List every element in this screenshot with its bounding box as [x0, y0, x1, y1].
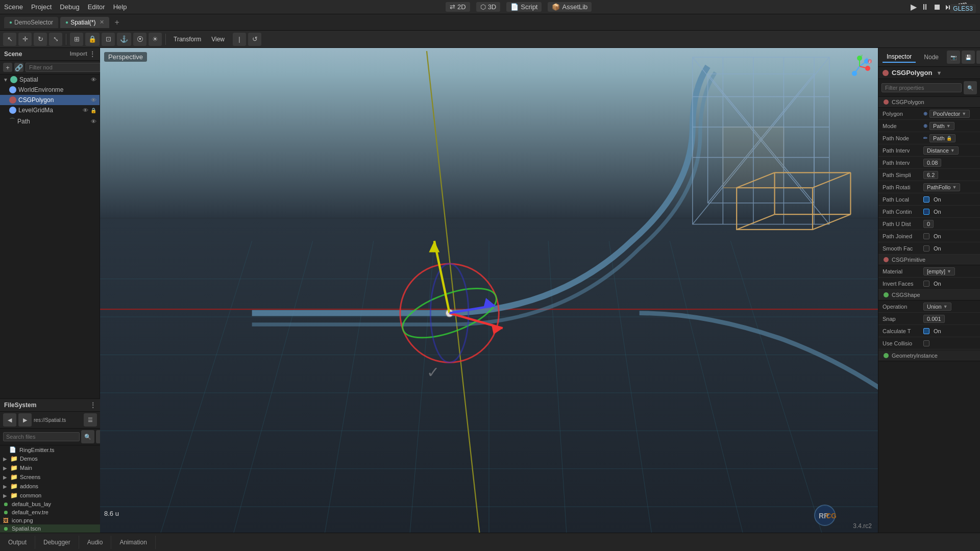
csg-visibility[interactable]: 👁 — [91, 97, 96, 103]
toolbar-extra-2[interactable]: ↺ — [248, 33, 261, 46]
path-interv-type-dropdown[interactable]: ▼ — [950, 148, 955, 153]
polygon-dropdown[interactable]: ▼ — [962, 111, 966, 116]
fs-item-screens[interactable]: ▶ 📁 Screens — [0, 472, 100, 482]
scene-filter-input[interactable] — [26, 63, 103, 72]
prop-path-contin[interactable]: Path Contin On — [878, 206, 980, 218]
scene-link-button[interactable]: 🔗 — [14, 63, 23, 72]
fs-back-button[interactable]: ◀ — [3, 413, 16, 427]
tab-spatial[interactable]: ● Spatial(*) ✕ — [60, 17, 109, 28]
operation-val[interactable]: Union ▼ — [923, 303, 951, 311]
rotate-tool[interactable]: ↻ — [34, 33, 47, 46]
path-rotati-val[interactable]: PathFollo ▼ — [923, 183, 960, 191]
fs-search-button[interactable]: 🔍 — [81, 430, 94, 443]
prop-calculate-t[interactable]: Calculate T On — [878, 325, 980, 337]
material-val[interactable]: [empty] ▼ — [923, 267, 955, 276]
stop-button[interactable]: ⏹ — [933, 3, 941, 12]
toolbar-extra-1[interactable]: | — [233, 33, 246, 46]
prop-path-interv-type[interactable]: Path Interv Distance ▼ — [878, 144, 980, 157]
path-visibility[interactable]: 👁 — [91, 118, 96, 124]
expand-icon-screens[interactable]: ▶ — [3, 474, 7, 480]
prop-polygon[interactable]: Polygon ⊕ PoolVector ▼ — [878, 108, 980, 120]
scene-add-button[interactable]: + — [3, 63, 12, 72]
prop-path-joined[interactable]: Path Joined On — [878, 230, 980, 242]
path-joined-toggle[interactable] — [923, 233, 929, 239]
fs-item-addons[interactable]: ▶ 📁 addons — [0, 482, 100, 491]
viewport[interactable]: ✓ Perspective X Y Z 8.6 u 3.4.rc2 — [100, 48, 878, 533]
snap-button[interactable]: ⊞ — [70, 33, 83, 46]
prop-path-u-dist[interactable]: Path U Dist 0 — [878, 218, 980, 230]
bottom-tab-animation[interactable]: Animation — [111, 536, 155, 549]
scale-tool[interactable]: ⤡ — [49, 33, 62, 46]
pool-vector-value[interactable]: PoolVector ▼ — [929, 110, 970, 118]
path-interv-type-val[interactable]: Distance ▼ — [923, 146, 959, 155]
camera-button[interactable]: ⦿ — [133, 33, 146, 46]
expand-icon-common[interactable]: ▶ — [3, 493, 7, 498]
prop-material[interactable]: Material [empty] ▼ — [878, 265, 980, 278]
prop-path-node[interactable]: Path Node ✏ Path 🔒 — [878, 132, 980, 144]
prop-snap[interactable]: Snap 0.001 — [878, 313, 980, 325]
expand-icon-demos[interactable]: ▶ — [3, 456, 7, 462]
play-button[interactable]: ▶ — [911, 2, 917, 12]
prop-path-local[interactable]: Path Local On — [878, 193, 980, 206]
filter-prop-input[interactable] — [881, 83, 962, 92]
scene-panel-menu[interactable]: ⋮ — [89, 51, 95, 58]
path-u-dist-val[interactable]: 0 — [923, 220, 934, 228]
inspector-tab[interactable]: Inspector — [883, 52, 916, 63]
pause-button[interactable]: ⏸ — [921, 3, 929, 12]
bottom-tab-output[interactable]: Output — [0, 536, 35, 549]
mode-value[interactable]: Path ▼ — [929, 122, 954, 130]
path-interv-num-val[interactable]: 0.08 — [923, 159, 941, 167]
mode-assetlib-button[interactable]: 📦 AssetLib — [548, 2, 592, 12]
operation-dropdown[interactable]: ▼ — [943, 304, 948, 309]
calculate-t-toggle[interactable] — [923, 328, 929, 334]
menu-debug[interactable]: Debug — [60, 3, 79, 11]
path-contin-toggle[interactable] — [923, 209, 929, 215]
bottom-tab-debugger[interactable]: Debugger — [35, 536, 79, 549]
expand-icon-addons[interactable]: ▶ — [3, 484, 7, 489]
menu-help[interactable]: Help — [113, 3, 127, 11]
fs-item-demos[interactable]: ▶ 📁 Demos — [0, 454, 100, 463]
fs-item-main[interactable]: ▶ 📁 Main — [0, 463, 100, 472]
fs-item-ringemitter[interactable]: 📄 RingEmitter.ts — [0, 445, 100, 454]
spatial-visibility[interactable]: 👁 — [91, 77, 96, 83]
fs-item-defaultbus[interactable]: ⏺ default_bus_lay — [0, 500, 100, 508]
prop-use-collisio[interactable]: Use Collisio — [878, 337, 980, 349]
tree-expand-spatial[interactable]: ▼ — [3, 77, 8, 83]
prop-mode[interactable]: Mode ⊕ Path ▼ — [878, 120, 980, 132]
inspector-screenshot[interactable]: 📷 — [947, 51, 960, 64]
prop-path-simpli[interactable]: Path Simpli 6.2 — [878, 169, 980, 181]
mode-3d-button[interactable]: ⬡ 3D — [476, 2, 501, 12]
inspector-save[interactable]: 💾 — [962, 51, 975, 64]
mode-script-button[interactable]: 📄 Script — [506, 2, 542, 12]
path-simpli-val[interactable]: 6.2 — [923, 171, 938, 179]
smooth-fac-toggle[interactable] — [923, 245, 929, 252]
node-tab[interactable]: Node — [920, 52, 943, 62]
fs-list-toggle[interactable]: ☰ — [84, 413, 97, 427]
inspector-menu[interactable]: ⋮ — [976, 51, 980, 64]
lock-button[interactable]: 🔒 — [85, 33, 100, 46]
expand-icon-main[interactable]: ▶ — [3, 465, 7, 471]
material-dropdown[interactable]: ▼ — [947, 269, 951, 274]
level-visibility[interactable]: 👁 — [83, 107, 88, 113]
fs-search-input[interactable] — [3, 432, 80, 441]
tab-close-icon[interactable]: ✕ — [100, 19, 104, 26]
sun-button[interactable]: ☀ — [149, 33, 162, 46]
fs-item-icon[interactable]: 🖼 icon.png — [0, 516, 100, 524]
fs-item-common[interactable]: ▶ 📁 common — [0, 491, 100, 500]
snap-val[interactable]: 0.001 — [923, 315, 945, 323]
fs-item-spatial[interactable]: ⏺ Spatial.tscn — [0, 524, 100, 533]
mode-dropdown-arrow[interactable]: ▼ — [946, 123, 951, 129]
path-node-value[interactable]: Path 🔒 — [929, 134, 955, 142]
bottom-tab-audio[interactable]: Audio — [79, 536, 112, 549]
prop-invert-faces[interactable]: Invert Faces On — [878, 278, 980, 290]
path-rotati-dropdown[interactable]: ▼ — [952, 185, 957, 190]
mode-2d-button[interactable]: ⇄ 2D — [446, 2, 470, 12]
fs-forward-button[interactable]: ▶ — [18, 413, 32, 427]
filter-prop-search[interactable]: 🔍 — [964, 81, 977, 94]
prop-operation[interactable]: Operation Union ▼ — [878, 300, 980, 313]
fs-panel-menu[interactable]: ⋮ — [90, 402, 96, 409]
fs-item-defaultenv[interactable]: ⏺ default_env.tre — [0, 508, 100, 516]
tree-node-spatial[interactable]: ▼ Spatial 👁 — [0, 74, 100, 85]
import-tab[interactable]: Import — [70, 51, 87, 58]
tree-node-csg[interactable]: CSGPolygon 👁 — [0, 95, 100, 105]
